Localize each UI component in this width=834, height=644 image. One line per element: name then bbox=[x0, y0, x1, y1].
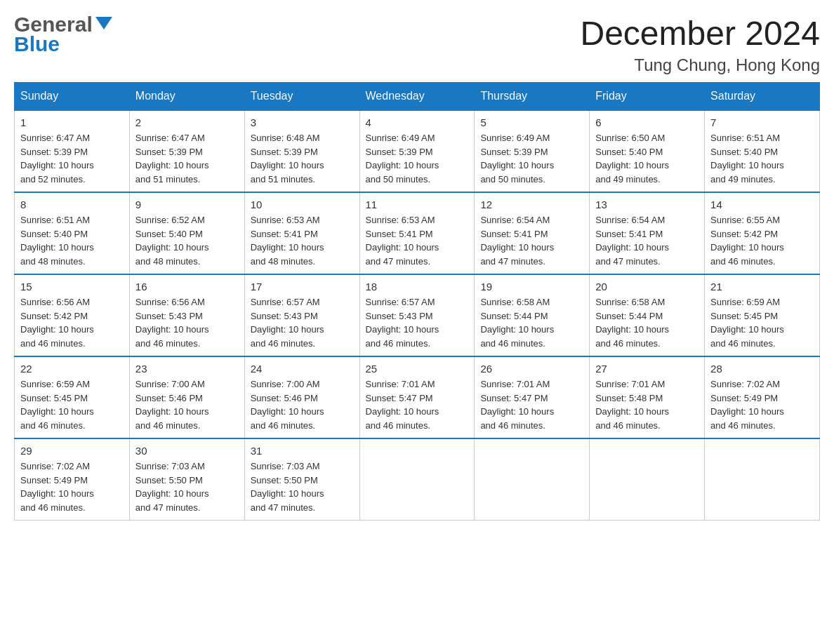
calendar-cell: 8 Sunrise: 6:51 AMSunset: 5:40 PMDayligh… bbox=[15, 192, 130, 274]
day-info: Sunrise: 6:54 AMSunset: 5:41 PMDaylight:… bbox=[480, 213, 583, 268]
calendar-cell bbox=[359, 438, 475, 521]
week-row-2: 8 Sunrise: 6:51 AMSunset: 5:40 PMDayligh… bbox=[15, 192, 820, 274]
day-info: Sunrise: 6:48 AMSunset: 5:39 PMDaylight:… bbox=[251, 131, 354, 186]
calendar-cell: 2 Sunrise: 6:47 AMSunset: 5:39 PMDayligh… bbox=[129, 110, 244, 192]
day-info: Sunrise: 6:49 AMSunset: 5:39 PMDaylight:… bbox=[366, 131, 469, 186]
calendar-cell: 25 Sunrise: 7:01 AMSunset: 5:47 PMDaylig… bbox=[359, 356, 475, 438]
day-info: Sunrise: 6:50 AMSunset: 5:40 PMDaylight:… bbox=[595, 131, 699, 186]
location-title: Tung Chung, Hong Kong bbox=[580, 55, 820, 75]
day-info: Sunrise: 7:00 AMSunset: 5:46 PMDaylight:… bbox=[251, 377, 354, 432]
calendar-cell: 12 Sunrise: 6:54 AMSunset: 5:41 PMDaylig… bbox=[475, 192, 590, 274]
calendar-cell: 5 Sunrise: 6:49 AMSunset: 5:39 PMDayligh… bbox=[475, 110, 590, 192]
calendar-cell: 20 Sunrise: 6:58 AMSunset: 5:44 PMDaylig… bbox=[590, 274, 705, 356]
day-info: Sunrise: 6:57 AMSunset: 5:43 PMDaylight:… bbox=[366, 295, 469, 350]
day-info: Sunrise: 6:58 AMSunset: 5:44 PMDaylight:… bbox=[595, 295, 699, 350]
calendar-cell bbox=[590, 438, 705, 521]
day-info: Sunrise: 7:02 AMSunset: 5:49 PMDaylight:… bbox=[20, 459, 124, 514]
day-info: Sunrise: 6:58 AMSunset: 5:44 PMDaylight:… bbox=[480, 295, 583, 350]
calendar-cell: 13 Sunrise: 6:54 AMSunset: 5:41 PMDaylig… bbox=[590, 192, 705, 274]
calendar-cell: 31 Sunrise: 7:03 AMSunset: 5:50 PMDaylig… bbox=[244, 438, 359, 521]
day-number: 20 bbox=[595, 281, 699, 293]
calendar-cell: 24 Sunrise: 7:00 AMSunset: 5:46 PMDaylig… bbox=[244, 356, 359, 438]
week-row-1: 1 Sunrise: 6:47 AMSunset: 5:39 PMDayligh… bbox=[15, 110, 820, 192]
day-info: Sunrise: 6:51 AMSunset: 5:40 PMDaylight:… bbox=[710, 131, 814, 186]
day-number: 7 bbox=[710, 116, 814, 128]
day-info: Sunrise: 7:01 AMSunset: 5:47 PMDaylight:… bbox=[366, 377, 469, 432]
day-number: 4 bbox=[366, 116, 469, 128]
weekday-header-tuesday: Tuesday bbox=[244, 83, 359, 111]
day-info: Sunrise: 7:03 AMSunset: 5:50 PMDaylight:… bbox=[251, 459, 354, 514]
calendar-cell: 3 Sunrise: 6:48 AMSunset: 5:39 PMDayligh… bbox=[244, 110, 359, 192]
calendar-cell: 14 Sunrise: 6:55 AMSunset: 5:42 PMDaylig… bbox=[705, 192, 820, 274]
day-info: Sunrise: 7:03 AMSunset: 5:50 PMDaylight:… bbox=[135, 459, 239, 514]
day-number: 14 bbox=[710, 199, 814, 210]
day-info: Sunrise: 6:56 AMSunset: 5:43 PMDaylight:… bbox=[135, 295, 239, 350]
weekday-header-sunday: Sunday bbox=[15, 83, 130, 111]
calendar-cell: 19 Sunrise: 6:58 AMSunset: 5:44 PMDaylig… bbox=[475, 274, 590, 356]
title-section: December 2024 Tung Chung, Hong Kong bbox=[580, 14, 820, 75]
day-number: 17 bbox=[251, 281, 354, 293]
day-info: Sunrise: 6:52 AMSunset: 5:40 PMDaylight:… bbox=[135, 213, 239, 268]
day-number: 11 bbox=[366, 199, 469, 210]
day-number: 19 bbox=[480, 281, 583, 293]
week-row-4: 22 Sunrise: 6:59 AMSunset: 5:45 PMDaylig… bbox=[15, 356, 820, 438]
day-number: 12 bbox=[480, 199, 583, 210]
weekday-header-monday: Monday bbox=[129, 83, 244, 111]
day-number: 9 bbox=[135, 199, 239, 210]
calendar-cell: 1 Sunrise: 6:47 AMSunset: 5:39 PMDayligh… bbox=[15, 110, 130, 192]
week-row-3: 15 Sunrise: 6:56 AMSunset: 5:42 PMDaylig… bbox=[15, 274, 820, 356]
day-info: Sunrise: 6:54 AMSunset: 5:41 PMDaylight:… bbox=[595, 213, 699, 268]
day-number: 23 bbox=[135, 363, 239, 375]
calendar-cell: 29 Sunrise: 7:02 AMSunset: 5:49 PMDaylig… bbox=[15, 438, 130, 521]
weekday-header-wednesday: Wednesday bbox=[359, 83, 475, 111]
day-number: 10 bbox=[251, 199, 354, 210]
day-info: Sunrise: 7:01 AMSunset: 5:48 PMDaylight:… bbox=[595, 377, 699, 432]
calendar-cell: 15 Sunrise: 6:56 AMSunset: 5:42 PMDaylig… bbox=[15, 274, 130, 356]
calendar-cell: 6 Sunrise: 6:50 AMSunset: 5:40 PMDayligh… bbox=[590, 110, 705, 192]
day-number: 31 bbox=[251, 445, 354, 457]
day-number: 26 bbox=[480, 363, 583, 375]
day-number: 2 bbox=[135, 116, 239, 128]
day-number: 5 bbox=[480, 116, 583, 128]
calendar-cell: 18 Sunrise: 6:57 AMSunset: 5:43 PMDaylig… bbox=[359, 274, 475, 356]
calendar-cell: 23 Sunrise: 7:00 AMSunset: 5:46 PMDaylig… bbox=[129, 356, 244, 438]
calendar-cell: 7 Sunrise: 6:51 AMSunset: 5:40 PMDayligh… bbox=[705, 110, 820, 192]
day-info: Sunrise: 7:02 AMSunset: 5:49 PMDaylight:… bbox=[710, 377, 814, 432]
day-number: 1 bbox=[20, 116, 124, 128]
weekday-header-row: SundayMondayTuesdayWednesdayThursdayFrid… bbox=[15, 83, 820, 111]
calendar-table: SundayMondayTuesdayWednesdayThursdayFrid… bbox=[14, 82, 820, 521]
day-info: Sunrise: 6:47 AMSunset: 5:39 PMDaylight:… bbox=[135, 131, 239, 186]
day-info: Sunrise: 7:00 AMSunset: 5:46 PMDaylight:… bbox=[135, 377, 239, 432]
page-header: General Blue December 2024 Tung Chung, H… bbox=[14, 14, 820, 75]
day-number: 15 bbox=[20, 281, 124, 293]
day-number: 28 bbox=[710, 363, 814, 375]
day-info: Sunrise: 6:51 AMSunset: 5:40 PMDaylight:… bbox=[20, 213, 124, 268]
calendar-cell: 30 Sunrise: 7:03 AMSunset: 5:50 PMDaylig… bbox=[129, 438, 244, 521]
day-number: 3 bbox=[251, 116, 354, 128]
day-info: Sunrise: 6:57 AMSunset: 5:43 PMDaylight:… bbox=[251, 295, 354, 350]
day-info: Sunrise: 6:53 AMSunset: 5:41 PMDaylight:… bbox=[366, 213, 469, 268]
calendar-cell: 9 Sunrise: 6:52 AMSunset: 5:40 PMDayligh… bbox=[129, 192, 244, 274]
day-number: 25 bbox=[366, 363, 469, 375]
logo-blue-text: Blue bbox=[14, 34, 112, 55]
day-number: 30 bbox=[135, 445, 239, 457]
calendar-cell: 27 Sunrise: 7:01 AMSunset: 5:48 PMDaylig… bbox=[590, 356, 705, 438]
day-info: Sunrise: 6:47 AMSunset: 5:39 PMDaylight:… bbox=[20, 131, 124, 186]
day-number: 21 bbox=[710, 281, 814, 293]
month-title: December 2024 bbox=[580, 14, 820, 53]
day-info: Sunrise: 6:56 AMSunset: 5:42 PMDaylight:… bbox=[20, 295, 124, 350]
day-number: 16 bbox=[135, 281, 239, 293]
calendar-cell: 4 Sunrise: 6:49 AMSunset: 5:39 PMDayligh… bbox=[359, 110, 475, 192]
day-info: Sunrise: 6:53 AMSunset: 5:41 PMDaylight:… bbox=[251, 213, 354, 268]
calendar-cell: 11 Sunrise: 6:53 AMSunset: 5:41 PMDaylig… bbox=[359, 192, 475, 274]
day-number: 6 bbox=[595, 116, 699, 128]
day-info: Sunrise: 6:59 AMSunset: 5:45 PMDaylight:… bbox=[20, 377, 124, 432]
calendar-cell: 16 Sunrise: 6:56 AMSunset: 5:43 PMDaylig… bbox=[129, 274, 244, 356]
week-row-5: 29 Sunrise: 7:02 AMSunset: 5:49 PMDaylig… bbox=[15, 438, 820, 521]
weekday-header-saturday: Saturday bbox=[705, 83, 820, 111]
day-info: Sunrise: 6:59 AMSunset: 5:45 PMDaylight:… bbox=[710, 295, 814, 350]
calendar-cell: 21 Sunrise: 6:59 AMSunset: 5:45 PMDaylig… bbox=[705, 274, 820, 356]
day-number: 24 bbox=[251, 363, 354, 375]
day-info: Sunrise: 6:55 AMSunset: 5:42 PMDaylight:… bbox=[710, 213, 814, 268]
calendar-cell bbox=[475, 438, 590, 521]
